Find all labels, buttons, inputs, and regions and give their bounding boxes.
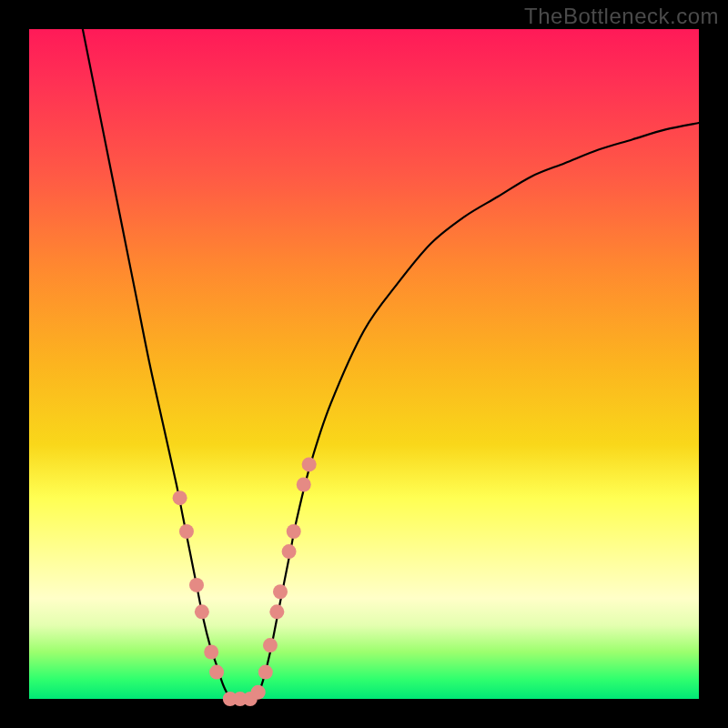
watermark-text: TheBottleneck.com — [524, 4, 719, 29]
chart-overlay — [29, 29, 699, 699]
highlighted-point — [287, 524, 301, 539]
highlighted-point — [269, 604, 284, 619]
highlighted-point — [195, 604, 209, 619]
highlighted-point — [204, 644, 218, 659]
highlighted-point — [273, 584, 288, 599]
highlighted-point — [189, 578, 204, 592]
highlighted-points-group — [173, 457, 317, 706]
highlighted-point — [282, 544, 297, 559]
highlighted-point — [263, 638, 278, 652]
chart-frame: TheBottleneck.com — [0, 0, 728, 728]
highlighted-point — [251, 685, 266, 700]
highlighted-point — [173, 490, 187, 505]
highlighted-point — [258, 665, 273, 680]
highlighted-point — [179, 524, 194, 539]
highlighted-point — [297, 477, 311, 491]
highlighted-point — [302, 457, 317, 471]
curve-right-branch — [257, 123, 699, 699]
curve-left-branch — [83, 29, 230, 699]
highlighted-point — [209, 665, 224, 680]
